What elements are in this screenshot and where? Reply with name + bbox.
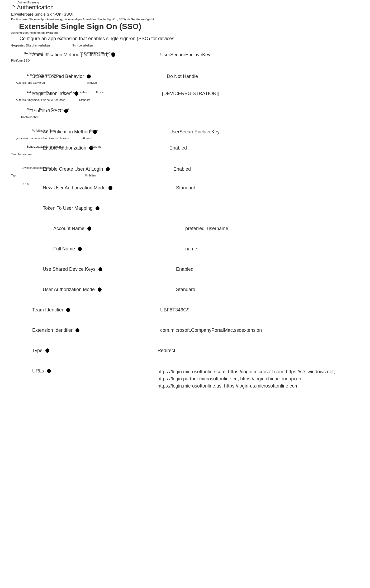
new-user-mode-val-de: Standard [79,99,91,101]
section-header[interactable]: Authentifizierung Authentication [11,1,370,11]
info-icon[interactable] [66,308,70,312]
team-identifier-value: UBF8T346G9 [160,307,189,313]
enable-create-de: Aktivieren von "Benutzer bei Anmeldung e… [27,91,88,94]
urls-value: https://login.microsoftonline.com, https… [158,368,361,390]
new-user-mode-de: Autorisierungsmodus für neue Benutzer [16,99,65,101]
screen-locked-value: Do Not Handle [167,74,198,79]
account-name-value: preferred_username [185,226,228,231]
enable-authorization-value: Enabled [169,145,187,151]
full-name-val-de: Name [90,129,98,132]
enable-create-user-label: Enable Create User At Login [43,166,110,172]
account-name-label: Account Name [53,226,92,231]
info-icon[interactable] [45,348,50,353]
user-auth-mode-value: Standard [176,287,195,292]
reg-token-de: Registrierungstoken [24,52,49,55]
info-icon[interactable] [97,287,102,292]
new-user-auth-mode-label: New User Authorization Mode [43,185,113,191]
enable-create-user-value: Enabled [173,166,191,172]
user-auth-mode-de: Benutzerautorisierungsmodus [27,145,64,148]
full-name-label: Full Name [53,246,82,252]
full-name-value: name [185,246,197,252]
auth-method-de: Authentifizierungsmethode [27,74,60,77]
screen-locked-val-de: Nicht verarbeiten [72,44,93,47]
info-icon[interactable] [87,74,91,79]
section-header-de: Authentifizierung [17,1,54,4]
auth-method-deprecated-value: UserSecureEnclaveKey [160,52,210,58]
urls-de: URLs [22,183,29,185]
section-header-en: Authentication [17,4,54,11]
type-val-de: Umleiten [85,174,96,177]
info-icon[interactable] [98,267,103,272]
page-title: Extensible Single Sign On (SSO) [19,22,370,31]
urls-label: URLs [32,368,51,374]
enable-auth-val-de: Aktiviert [87,81,97,84]
info-icon[interactable] [78,247,82,251]
auth-method-value: UserSecureEnclaveKey [169,129,220,135]
full-name-de: Vollständiger Name [32,129,56,132]
extension-identifier-value: com.microsoft.CompanyPortalMac.ssoextens… [160,328,262,333]
reg-token-val-de: {{DEVICEREGISTRATION}} [80,52,114,55]
info-icon[interactable] [95,206,100,211]
account-name-de: Kontoinhaber [21,116,370,119]
section-subtitle-de: Erweiterbare Single Sign-On (SSO) [11,12,370,16]
team-identifier-label: Team Identifier [32,307,70,313]
info-icon[interactable] [47,369,51,373]
shared-keys-val-de: Aktiviert [82,137,92,140]
type-value: Redirect [158,348,175,353]
screen-locked-de: Gesperrtes Bildschirmverhalten [11,44,50,47]
section-hint-de: Konfigurieren Sie eine App-Erweiterung, … [11,18,370,21]
user-auth-mode-label: User Authorization Mode [43,287,102,292]
shared-keys-de: gemeinsam verwendeten Geräteschlüsseln [16,137,69,140]
auth-method-deprecated-de: Authentifizierungsmethode (veraltet) [11,31,370,34]
team-id-de: Teambezeichner [11,153,370,156]
new-user-auth-mode-value: Standard [176,185,195,191]
info-icon[interactable] [108,186,113,190]
use-shared-device-keys-label: Use Shared Device Keys [43,267,103,272]
type-de: Typ [11,174,16,177]
info-icon[interactable] [87,226,92,231]
page-description: Configure an app extension that enables … [20,36,370,41]
token-mapping-de: Token-zu-Benutzer-Zuordnung mit [27,108,69,111]
chevron-up-icon [11,4,15,8]
extension-identifier-label: Extension Identifier [32,328,80,333]
enable-auth-de: Autorisierung aktivieren [16,81,45,84]
registration-token-value: {{DEVICEREGISTRATION}} [160,91,220,96]
enable-create-val-de: Aktiviert [96,91,105,94]
platform-sso-de: Plattform-SSO [11,59,370,62]
use-shared-device-keys-value: Enabled [176,267,193,272]
info-icon[interactable] [106,167,110,171]
ext-id-de: Erweiterungsbezeichner [22,166,51,169]
user-auth-mode-val-de: Standard [90,145,102,148]
token-to-user-mapping-label: Token To User Mapping [43,206,100,211]
info-icon[interactable] [75,328,80,333]
type-label: Type [32,348,50,353]
